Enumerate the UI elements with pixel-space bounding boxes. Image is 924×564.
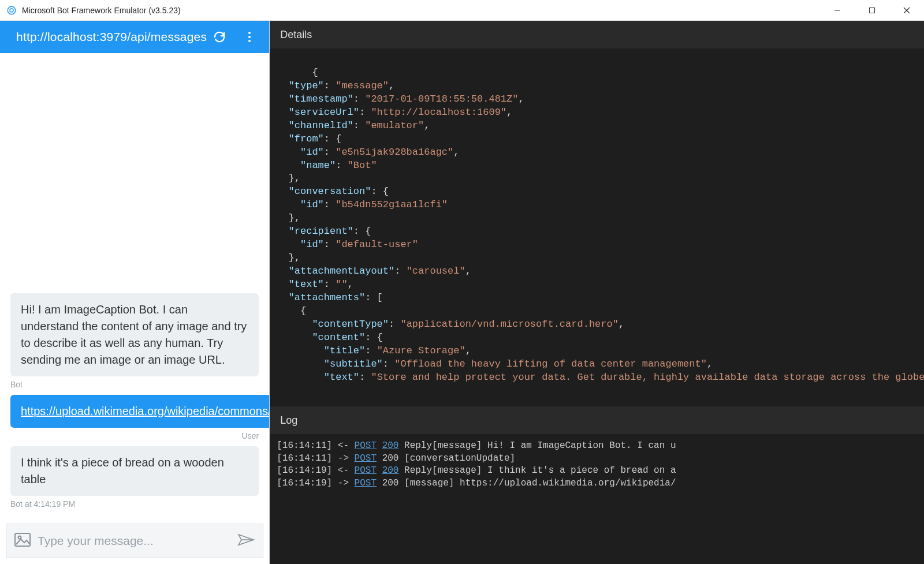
attach-image-icon[interactable] bbox=[14, 533, 31, 549]
inspector-panel: Details { "type": "message", "timestamp"… bbox=[270, 21, 924, 564]
json-value: default-user bbox=[341, 239, 412, 250]
minimize-button[interactable] bbox=[820, 0, 855, 21]
log-title: Log bbox=[280, 414, 297, 427]
json-value: Azure Storage bbox=[383, 345, 460, 356]
maximize-button[interactable] bbox=[855, 0, 889, 21]
json-value: 2017-01-09T18:55:50.481Z bbox=[371, 94, 512, 104]
details-json[interactable]: { "type": "message", "timestamp": "2017-… bbox=[270, 48, 924, 406]
json-value: Bot bbox=[353, 160, 371, 171]
svg-point-1 bbox=[10, 9, 13, 12]
log-line: [16:14:11] -> POST 200 [conversationUpda… bbox=[277, 453, 515, 464]
json-value: Store and help protect your data. Get du… bbox=[377, 372, 924, 383]
window-titlebar: Microsoft Bot Framework Emulator (v3.5.2… bbox=[0, 0, 924, 21]
message-bubble[interactable]: https://upload.wikimedia.org/wikipedia/c… bbox=[10, 395, 269, 428]
log-view[interactable]: [16:14:11] <- POST 200 Reply[message] Hi… bbox=[270, 434, 924, 564]
json-value: e5n5ijak928ba16agc bbox=[341, 147, 448, 158]
endpoint-url: http://localhost:3979/api/messages bbox=[16, 30, 207, 44]
app-icon bbox=[6, 5, 17, 16]
details-title: Details bbox=[280, 29, 312, 41]
more-menu-button[interactable] bbox=[237, 24, 262, 50]
json-value: http://localhost:1609 bbox=[377, 107, 501, 118]
json-value: application/vnd.microsoft.card.hero bbox=[407, 319, 613, 330]
window-title: Microsoft Bot Framework Emulator (v3.5.2… bbox=[22, 6, 181, 15]
message-bubble[interactable]: I think it's a piece of bread on a woode… bbox=[10, 446, 259, 496]
svg-point-7 bbox=[248, 36, 251, 38]
log-method-link[interactable]: POST bbox=[355, 453, 377, 464]
chat-message-user: https://upload.wikimedia.org/wikipedia/c… bbox=[10, 395, 259, 440]
message-meta: Bot bbox=[10, 380, 259, 389]
message-bubble[interactable]: Hi! I am ImageCaption Bot. I can underst… bbox=[10, 293, 259, 376]
log-line: [16:14:19] <- POST 200 Reply[message] I … bbox=[277, 465, 676, 476]
message-input[interactable] bbox=[38, 534, 230, 548]
log-method-link[interactable]: POST bbox=[355, 440, 377, 451]
json-value: emulator bbox=[371, 120, 418, 131]
json-value: carousel bbox=[412, 266, 460, 277]
log-line: [16:14:19] -> POST 200 [message] https:/… bbox=[277, 478, 676, 488]
chat-transcript[interactable]: Hi! I am ImageCaption Bot. I can underst… bbox=[0, 53, 269, 518]
message-input-bar bbox=[6, 524, 263, 558]
close-button[interactable] bbox=[889, 0, 924, 21]
svg-rect-3 bbox=[870, 8, 875, 13]
svg-point-6 bbox=[248, 32, 251, 34]
json-value: Offload the heavy lifting of data center… bbox=[400, 358, 701, 369]
json-value: b54dn552g1aa1lcfi bbox=[341, 199, 441, 210]
details-header: Details bbox=[270, 21, 924, 48]
svg-point-0 bbox=[8, 6, 16, 14]
send-button[interactable] bbox=[237, 533, 255, 549]
chat-message-bot: Hi! I am ImageCaption Bot. I can underst… bbox=[10, 293, 259, 389]
message-meta: Bot at 4:14:19 PM bbox=[10, 499, 259, 509]
log-header: Log bbox=[270, 406, 924, 434]
message-text: I think it's a piece of bread on a woode… bbox=[21, 456, 224, 485]
log-status-link[interactable]: 200 bbox=[382, 440, 399, 451]
log-method-link[interactable]: POST bbox=[355, 478, 377, 488]
chat-header: http://localhost:3979/api/messages bbox=[0, 21, 269, 53]
window-controls bbox=[820, 0, 924, 21]
refresh-button[interactable] bbox=[207, 24, 232, 50]
chat-panel: http://localhost:3979/api/messages Hi! I… bbox=[0, 21, 270, 564]
json-value: message bbox=[341, 80, 382, 91]
log-line: [16:14:11] <- POST 200 Reply[message] Hi… bbox=[277, 440, 676, 451]
message-text: Hi! I am ImageCaption Bot. I can underst… bbox=[21, 303, 247, 366]
svg-point-8 bbox=[248, 40, 251, 42]
log-status-link[interactable]: 200 bbox=[382, 465, 399, 476]
message-meta: User bbox=[10, 431, 259, 440]
svg-rect-9 bbox=[15, 533, 30, 546]
chat-message-bot: I think it's a piece of bread on a woode… bbox=[10, 446, 259, 509]
log-method-link[interactable]: POST bbox=[355, 465, 377, 476]
message-link[interactable]: https://upload.wikimedia.org/wikipedia/c… bbox=[21, 405, 269, 417]
svg-point-10 bbox=[18, 536, 21, 539]
